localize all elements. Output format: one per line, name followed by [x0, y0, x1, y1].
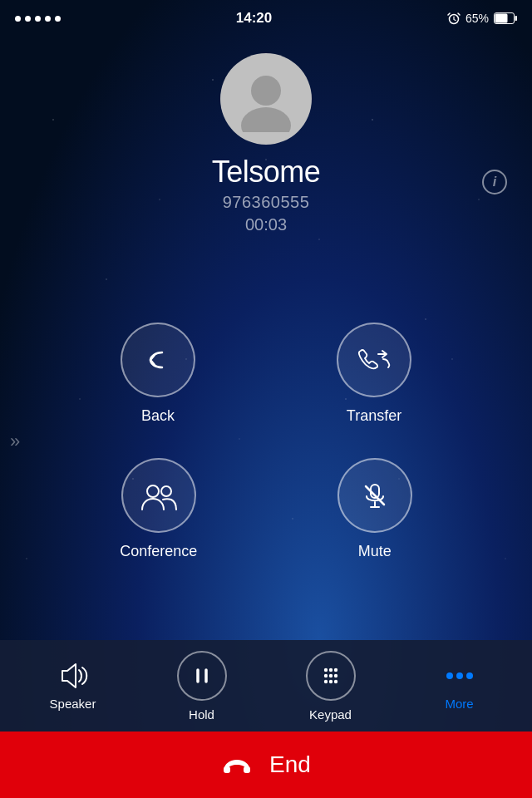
mute-icon	[359, 480, 391, 511]
call-duration: 00:03	[245, 215, 287, 234]
speaker-label: Speaker	[50, 697, 96, 711]
svg-point-5	[241, 107, 291, 132]
svg-rect-27	[244, 766, 250, 773]
svg-point-24	[456, 672, 463, 679]
svg-point-18	[328, 673, 332, 677]
svg-point-16	[333, 667, 337, 671]
conference-icon	[138, 480, 180, 511]
end-call-label: End	[269, 751, 311, 778]
avatar-person-icon	[233, 66, 299, 132]
mute-button-circle	[337, 458, 412, 533]
alarm-icon	[447, 12, 461, 25]
mute-label: Mute	[358, 543, 392, 560]
conference-button[interactable]: Conference	[120, 458, 197, 560]
speaker-icon	[57, 662, 89, 690]
svg-point-22	[333, 679, 337, 682]
hold-icon-circle	[177, 651, 227, 701]
back-label: Back	[141, 407, 175, 425]
svg-rect-2	[515, 16, 517, 21]
battery-percent: 65%	[466, 12, 489, 25]
end-call-button[interactable]: End	[0, 732, 532, 798]
svg-rect-3	[495, 14, 507, 23]
end-call-icon	[221, 753, 253, 776]
more-label: More	[445, 697, 473, 711]
left-arrow-indicator: »	[10, 431, 20, 452]
svg-point-15	[328, 667, 332, 671]
svg-point-23	[446, 672, 453, 679]
svg-point-17	[323, 673, 327, 677]
contact-area: Telsome 976360555 00:03 i	[0, 37, 532, 243]
status-right: 65%	[447, 12, 517, 25]
battery-icon	[494, 12, 517, 24]
info-button[interactable]: i	[482, 170, 507, 195]
hold-icon	[190, 664, 214, 687]
hold-label: Hold	[189, 707, 214, 722]
button-row-2: Conference Mute	[50, 458, 482, 560]
mute-button[interactable]: Mute	[337, 458, 412, 560]
transfer-label: Transfer	[347, 407, 401, 425]
transfer-button[interactable]: Transfer	[337, 323, 411, 425]
keypad-label: Keypad	[309, 707, 352, 722]
transfer-icon	[356, 344, 392, 376]
more-dots-icon	[443, 662, 476, 690]
hold-button[interactable]: Hold	[137, 651, 266, 722]
keypad-icon	[319, 664, 342, 687]
back-icon	[142, 344, 174, 376]
contact-number: 976360555	[223, 193, 310, 212]
svg-point-7	[161, 486, 171, 496]
svg-rect-26	[224, 766, 230, 773]
call-buttons-area: » Back	[0, 243, 532, 640]
speaker-button[interactable]: Speaker	[8, 662, 137, 711]
svg-point-6	[147, 485, 159, 497]
contact-name: Telsome	[212, 155, 321, 190]
button-row-1: Back Transfer	[50, 323, 482, 425]
conference-button-circle	[121, 458, 196, 533]
bottom-toolbar: Speaker Hold	[0, 640, 532, 732]
svg-point-4	[251, 76, 281, 106]
svg-point-19	[333, 673, 337, 677]
back-button-circle	[121, 323, 195, 397]
more-button[interactable]: More	[395, 662, 524, 711]
back-button[interactable]: Back	[121, 323, 195, 425]
status-bar: 14:20 65%	[0, 0, 532, 37]
signal-dots	[15, 16, 61, 22]
svg-point-21	[328, 679, 332, 682]
keypad-button[interactable]: Keypad	[266, 651, 395, 722]
keypad-icon-circle	[306, 651, 356, 701]
svg-point-25	[466, 672, 473, 679]
transfer-button-circle	[337, 323, 411, 397]
svg-point-14	[323, 667, 327, 671]
status-time: 14:20	[236, 10, 272, 27]
conference-label: Conference	[120, 543, 197, 560]
svg-point-20	[323, 679, 327, 682]
avatar	[220, 53, 312, 145]
